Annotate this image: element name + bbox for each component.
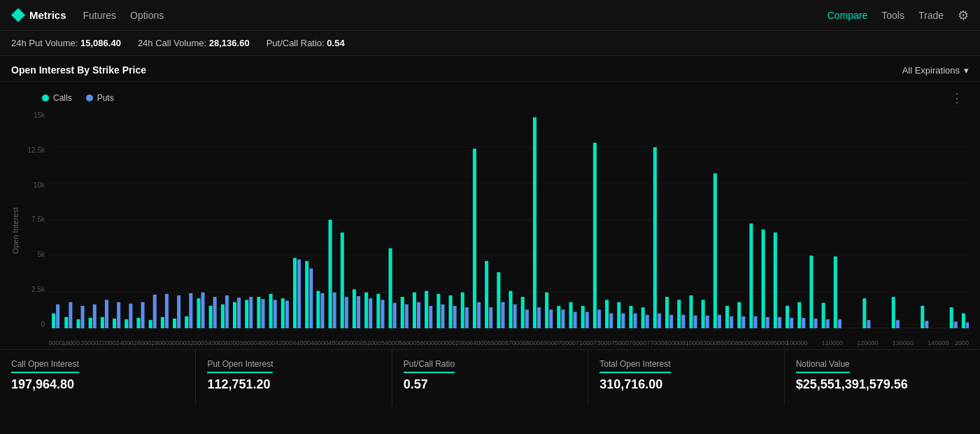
svg-text:22000: 22000 bbox=[98, 340, 115, 346]
y-axis-label: Open Interest bbox=[11, 207, 25, 254]
svg-text:110000: 110000 bbox=[822, 340, 843, 346]
svg-rect-78 bbox=[477, 302, 481, 328]
svg-rect-129 bbox=[786, 306, 789, 328]
nav-tools[interactable]: Tools bbox=[881, 10, 904, 21]
svg-rect-31 bbox=[197, 298, 200, 328]
calls-label: Calls bbox=[53, 93, 72, 103]
svg-rect-28 bbox=[177, 295, 180, 328]
svg-rect-146 bbox=[954, 321, 958, 328]
svg-rect-142 bbox=[896, 320, 900, 328]
svg-rect-113 bbox=[689, 295, 693, 328]
svg-text:130000: 130000 bbox=[893, 340, 914, 346]
svg-rect-71 bbox=[436, 294, 440, 328]
svg-rect-97 bbox=[593, 143, 597, 328]
chart-menu-icon[interactable]: ⋮ bbox=[945, 88, 969, 108]
svg-rect-23 bbox=[149, 320, 152, 328]
expiration-selector[interactable]: All Expirations ▾ bbox=[902, 65, 969, 76]
svg-rect-93 bbox=[569, 302, 572, 328]
svg-rect-49 bbox=[305, 261, 308, 328]
stat-value-total-open-interest: 310,716.00 bbox=[599, 377, 772, 392]
svg-text:85000: 85000 bbox=[717, 340, 734, 346]
svg-rect-145 bbox=[950, 307, 953, 328]
svg-text:75000: 75000 bbox=[611, 340, 629, 346]
svg-rect-144 bbox=[925, 321, 928, 328]
svg-rect-112 bbox=[681, 315, 685, 328]
svg-rect-114 bbox=[694, 316, 697, 328]
svg-rect-133 bbox=[809, 255, 813, 328]
svg-rect-47 bbox=[293, 258, 297, 328]
svg-rect-12 bbox=[81, 306, 85, 328]
svg-rect-67 bbox=[413, 293, 416, 328]
logo-text: Metrics bbox=[29, 9, 66, 21]
stat-label-total-open-interest: Total Open Interest bbox=[599, 359, 670, 373]
nav-options[interactable]: Options bbox=[130, 7, 164, 24]
stat-item-put-call-ratio: Put/Call Ratio 0.57 bbox=[392, 350, 588, 405]
svg-rect-141 bbox=[892, 297, 895, 328]
svg-text:46000: 46000 bbox=[311, 340, 328, 346]
svg-rect-11 bbox=[76, 319, 80, 328]
svg-text:48000: 48000 bbox=[328, 340, 346, 346]
svg-rect-105 bbox=[641, 307, 645, 328]
svg-rect-136 bbox=[826, 319, 830, 328]
stat-value-call-open-interest: 197,964.80 bbox=[11, 377, 184, 392]
svg-rect-8 bbox=[56, 304, 59, 328]
svg-text:90000: 90000 bbox=[753, 340, 770, 346]
svg-rect-92 bbox=[561, 309, 564, 328]
legend-puts: Puts bbox=[86, 93, 114, 103]
svg-rect-60 bbox=[369, 298, 372, 328]
expiration-label: All Expirations bbox=[902, 65, 960, 76]
svg-rect-148 bbox=[966, 322, 969, 328]
svg-rect-57 bbox=[353, 289, 356, 328]
svg-rect-29 bbox=[185, 316, 188, 328]
svg-rect-123 bbox=[749, 223, 753, 328]
svg-text:36000: 36000 bbox=[222, 340, 239, 346]
svg-text:88000: 88000 bbox=[735, 340, 753, 346]
svg-text:52000: 52000 bbox=[364, 340, 381, 346]
settings-icon[interactable]: ⚙ bbox=[958, 8, 969, 23]
nav-futures[interactable]: Futures bbox=[83, 7, 116, 24]
svg-rect-81 bbox=[497, 272, 500, 328]
svg-rect-30 bbox=[189, 293, 192, 328]
logo-icon bbox=[11, 8, 25, 22]
svg-rect-111 bbox=[677, 300, 681, 328]
chart-inner: 15k 12.5k 10k 7.5k 5k 2.5k 0 bbox=[25, 111, 969, 349]
svg-rect-86 bbox=[525, 309, 529, 328]
stat-item-total-open-interest: Total Open Interest 310,716.00 bbox=[588, 350, 784, 405]
calls-dot bbox=[42, 94, 49, 102]
svg-rect-24 bbox=[153, 295, 157, 328]
stat-item-put-open-interest: Put Open Interest 112,751.20 bbox=[196, 350, 392, 405]
svg-rect-143 bbox=[921, 306, 924, 328]
svg-rect-147 bbox=[962, 314, 965, 328]
svg-rect-122 bbox=[741, 316, 745, 328]
stat-value-notional-value: $25,551,391,579.56 bbox=[796, 377, 969, 392]
svg-text:81000: 81000 bbox=[682, 340, 700, 346]
svg-rect-9 bbox=[64, 317, 68, 328]
nav-compare[interactable]: Compare bbox=[828, 10, 868, 21]
svg-text:20000: 20000 bbox=[80, 340, 98, 346]
svg-rect-53 bbox=[329, 220, 332, 328]
y-label-10k: 10k bbox=[34, 181, 45, 189]
svg-rect-117 bbox=[713, 174, 717, 328]
svg-rect-64 bbox=[393, 303, 397, 328]
stats-bar: 24h Put Volume: 15,086.40 24h Call Volum… bbox=[0, 31, 980, 56]
svg-text:28000: 28000 bbox=[151, 340, 169, 346]
legend-calls: Calls bbox=[42, 93, 72, 103]
svg-rect-52 bbox=[320, 293, 324, 328]
svg-rect-77 bbox=[473, 148, 476, 328]
chart-legend: Calls Puts ⋮ bbox=[0, 82, 980, 111]
svg-rect-75 bbox=[461, 293, 464, 328]
svg-text:68000: 68000 bbox=[523, 340, 540, 346]
stat-label-put-call-ratio: Put/Call Ratio bbox=[404, 359, 455, 373]
svg-rect-7 bbox=[52, 314, 55, 328]
svg-rect-125 bbox=[762, 230, 765, 328]
svg-rect-48 bbox=[297, 260, 301, 328]
nav-trade[interactable]: Trade bbox=[918, 10, 944, 21]
stat-value-put-call-ratio: 0.57 bbox=[404, 377, 576, 392]
svg-rect-40 bbox=[249, 297, 253, 328]
stat-item-notional-value: Notional Value $25,551,391,579.56 bbox=[785, 350, 980, 405]
svg-rect-83 bbox=[509, 291, 513, 328]
svg-rect-61 bbox=[376, 294, 380, 328]
svg-text:69000: 69000 bbox=[540, 340, 558, 346]
svg-rect-107 bbox=[653, 147, 657, 328]
svg-rect-119 bbox=[725, 306, 729, 328]
